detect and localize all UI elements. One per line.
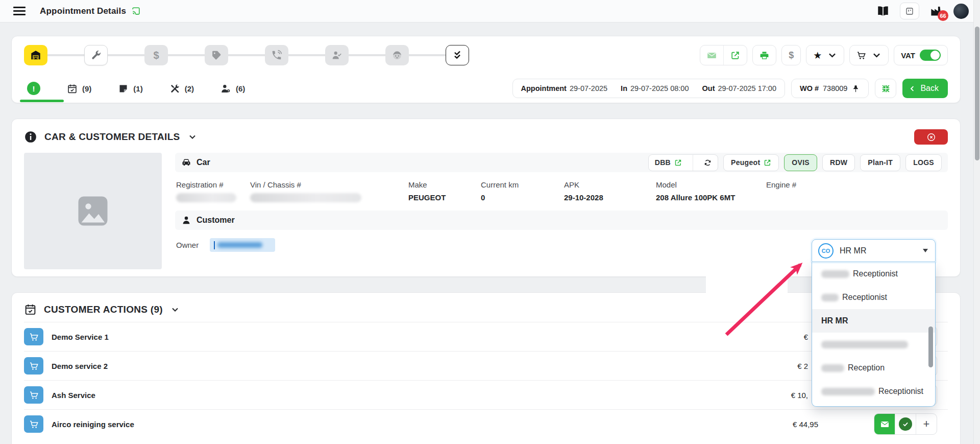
refresh-button[interactable] — [698, 155, 718, 171]
external-link-icon — [764, 159, 771, 167]
wo-number: 738009 — [823, 84, 847, 92]
tab-appointments[interactable]: (9) — [67, 74, 91, 103]
rdw-button[interactable]: RDW — [822, 154, 855, 171]
tab-people[interactable]: (6) — [220, 74, 245, 103]
back-label: Back — [920, 84, 939, 93]
owner-name-link[interactable] — [210, 238, 275, 252]
cart-icon — [856, 51, 866, 60]
cart-icon[interactable] — [24, 357, 43, 375]
hamburger-menu-icon[interactable] — [13, 7, 26, 15]
car-header-band: Car DBB Peu — [175, 153, 948, 172]
dropdown-option[interactable]: Receptionist — [812, 262, 935, 286]
out-label: Out — [702, 84, 715, 92]
print-button[interactable] — [753, 45, 776, 65]
chevron-down-icon — [872, 51, 881, 60]
section-title: CUSTOMER ACTIONS (9) — [44, 304, 163, 315]
tab-notes[interactable]: (1) — [118, 74, 142, 103]
cart-icon[interactable] — [24, 328, 43, 345]
person-icon — [181, 215, 191, 225]
close-circle-icon — [926, 132, 936, 142]
service-actions: + — [874, 413, 937, 435]
star-dropdown-button[interactable]: ★ — [806, 45, 844, 65]
step-wrench-icon[interactable] — [84, 45, 108, 65]
workshop-notifications-icon[interactable]: 66 — [929, 4, 943, 18]
step-customer-face-icon[interactable] — [385, 45, 409, 65]
dropdown-option[interactable]: Receptionist — [812, 380, 935, 403]
document-toolbar: $ ★ VAT — [700, 45, 948, 65]
screen-cast-icon[interactable] — [131, 6, 141, 16]
service-price: € 44,95 — [731, 420, 818, 429]
ovis-button[interactable]: OVIS — [784, 154, 817, 171]
chevron-left-icon — [909, 85, 916, 92]
vat-toggle[interactable] — [920, 50, 941, 61]
vat-toggle-group: VAT — [894, 45, 948, 65]
car-icon — [181, 157, 191, 168]
service-name: Airco reiniging service — [52, 420, 134, 429]
add-button[interactable]: + — [916, 414, 937, 434]
redacted-text — [821, 341, 908, 348]
mail-button[interactable] — [700, 45, 723, 65]
service-price: € — [721, 333, 808, 341]
redacted-text — [821, 388, 875, 395]
star-icon: ★ — [813, 51, 822, 60]
cart-dropdown-button[interactable] — [850, 45, 888, 65]
tools-icon — [169, 83, 180, 94]
dbb-button[interactable]: DBB — [649, 155, 688, 171]
out-value: 29-07-2025 17:00 — [718, 84, 776, 92]
annotation-blank-patch — [706, 272, 788, 305]
cart-icon[interactable] — [24, 415, 43, 433]
approve-button[interactable] — [895, 414, 916, 434]
person-dot-icon — [220, 83, 231, 94]
close-section-button[interactable] — [914, 129, 948, 145]
peugeot-button[interactable]: Peugeot — [723, 154, 779, 171]
planit-button[interactable]: Plan-IT — [860, 154, 900, 171]
external-link-button[interactable] — [723, 45, 747, 65]
field-apk: APK 29-10-2028 — [564, 180, 656, 202]
vat-label: VAT — [901, 51, 915, 60]
dropdown-option[interactable]: Receptionist — [812, 286, 935, 309]
step-connector — [228, 54, 265, 56]
calendar-check-icon — [24, 303, 37, 316]
collapse-button[interactable] — [875, 79, 896, 98]
step-tag-icon[interactable] — [205, 45, 228, 65]
pin-icon[interactable] — [851, 84, 860, 93]
dropdown-scrollbar-thumb[interactable] — [928, 326, 933, 367]
step-payment-icon[interactable]: $ — [144, 45, 168, 65]
redacted-text — [821, 294, 839, 301]
step-person-check-icon[interactable] — [325, 45, 349, 65]
dollar-button[interactable]: $ — [782, 45, 800, 65]
dropdown-option-selected[interactable]: HR MR — [812, 309, 935, 333]
step-complete-icon[interactable] — [446, 45, 469, 65]
tab-work[interactable]: (2) — [169, 74, 194, 103]
step-phone-call-icon[interactable] — [265, 45, 288, 65]
field-vin: Vin / Chassis # — [250, 180, 408, 202]
topbar: Appointment Details 66 — [0, 0, 980, 22]
mail-button[interactable] — [874, 414, 895, 434]
step-connector — [108, 54, 144, 56]
tab-info[interactable]: ! — [27, 74, 40, 103]
logs-button[interactable]: LOGS — [905, 154, 942, 171]
step-garage-icon[interactable] — [24, 45, 47, 65]
service-name: Demo Service 1 — [52, 333, 109, 341]
page-scrollbar-thumb[interactable] — [975, 27, 979, 160]
tab-count: (2) — [185, 84, 194, 93]
chevron-down-icon — [827, 51, 837, 60]
redacted-text — [217, 242, 262, 248]
dropdown-option[interactable]: Reception — [812, 356, 935, 380]
manual-book-icon[interactable] — [876, 5, 890, 18]
chevron-down-icon[interactable] — [187, 132, 198, 142]
chevron-down-icon[interactable] — [170, 305, 180, 315]
page-scrollbar[interactable] — [973, 0, 980, 444]
owner-select[interactable]: CO HR MR — [812, 239, 936, 262]
user-avatar[interactable] — [953, 4, 969, 19]
back-button[interactable]: Back — [902, 79, 948, 98]
service-row: Demo service 2 € 2 + — [24, 351, 948, 380]
dropdown-option[interactable] — [812, 403, 935, 407]
kanban-board-button[interactable] — [900, 3, 919, 19]
dropdown-option[interactable] — [812, 333, 935, 356]
field-registration: Registration # — [176, 180, 250, 202]
cart-icon[interactable] — [24, 386, 43, 404]
step-connector — [47, 54, 84, 56]
cart-dropdown — [849, 45, 889, 65]
in-label: In — [621, 84, 627, 92]
